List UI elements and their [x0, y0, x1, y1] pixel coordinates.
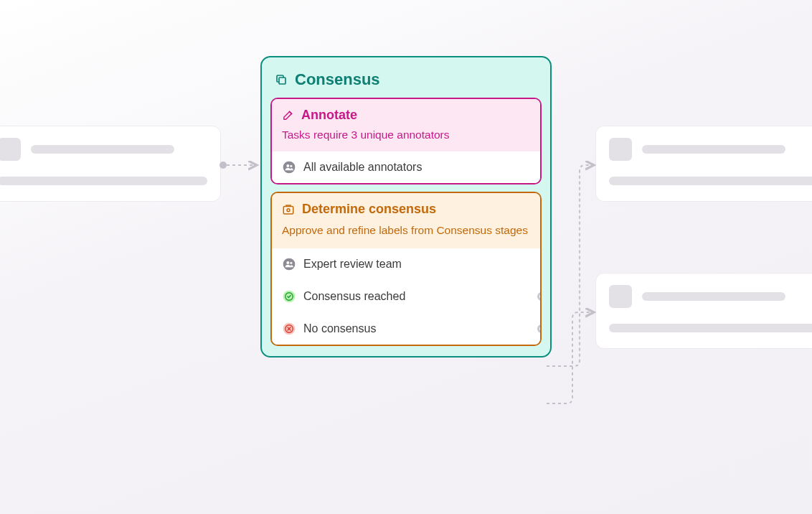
- svg-point-5: [283, 162, 296, 174]
- outcome-none-row: No consensus: [272, 312, 540, 345]
- determine-stage-card: Determine consensus Approve and refine l…: [270, 192, 542, 346]
- annotate-stage-card: Annotate Tasks require 3 unique annotato…: [270, 98, 542, 184]
- svg-point-12: [290, 262, 292, 264]
- annotate-subtitle: Tasks require 3 unique annotators: [282, 128, 530, 141]
- annotate-header: Annotate Tasks require 3 unique annotato…: [272, 99, 540, 151]
- outcome-reached-row: Consensus reached: [272, 280, 540, 312]
- consensus-stage-card: Consensus Annotate Tasks require 3 uniqu…: [260, 56, 552, 358]
- check-circle-icon: [282, 289, 296, 304]
- people-icon: [282, 160, 296, 174]
- svg-point-9: [287, 208, 290, 211]
- consensus-title: Consensus: [295, 70, 380, 89]
- ghost-card-right-top: [595, 126, 812, 202]
- ghost-card-right-bottom: [595, 273, 812, 349]
- annotate-assignee-row: All available annotators: [272, 151, 540, 183]
- determine-assignee-text: Expert review team: [303, 258, 402, 271]
- determine-header: Determine consensus Approve and refine l…: [272, 193, 540, 248]
- consensus-header: Consensus: [270, 67, 542, 98]
- outcome-none-text: No consensus: [303, 322, 376, 335]
- svg-rect-8: [283, 206, 293, 214]
- svg-point-11: [286, 261, 289, 264]
- outcome-reached-text: Consensus reached: [303, 290, 405, 303]
- review-icon: [282, 203, 295, 216]
- determine-assignee-row: Expert review team: [272, 248, 540, 280]
- stack-icon: [275, 73, 288, 86]
- output-port-icon[interactable]: [537, 292, 542, 301]
- svg-point-7: [290, 165, 292, 167]
- edit-icon: [282, 109, 294, 121]
- output-port-icon[interactable]: [537, 324, 542, 333]
- determine-title: Determine consensus: [302, 202, 436, 217]
- svg-rect-2: [279, 78, 285, 84]
- annotate-assignee-text: All available annotators: [303, 161, 422, 174]
- annotate-title: Annotate: [301, 108, 357, 123]
- ghost-card-left: [0, 126, 221, 202]
- x-circle-icon: [282, 322, 296, 336]
- determine-subtitle: Approve and refine labels from Consensus…: [282, 223, 530, 238]
- people-icon: [282, 257, 296, 271]
- svg-point-6: [286, 164, 289, 167]
- svg-point-10: [283, 258, 296, 271]
